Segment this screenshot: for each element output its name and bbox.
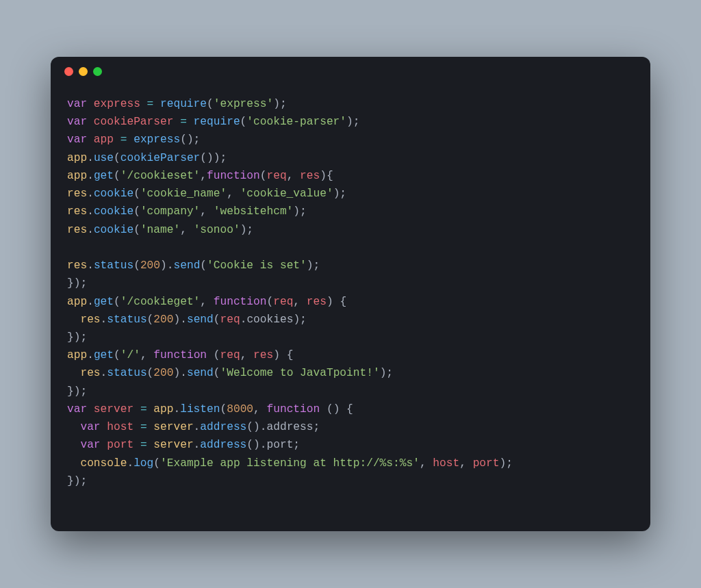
token-fn: cookie: [94, 224, 133, 236]
token-str: 'name': [140, 224, 180, 236]
token-punc: .: [101, 314, 107, 326]
token-punc: );: [346, 116, 359, 128]
token-prop: address: [266, 421, 313, 433]
token-punc: [173, 116, 180, 128]
code-line: var host = server.address().address;: [67, 418, 634, 436]
token-punc: (: [147, 314, 154, 326]
token-str: '/cookieget': [120, 296, 201, 308]
token-punc: [140, 98, 147, 110]
token-var: app: [94, 133, 114, 146]
code-line: });: [67, 329, 634, 346]
token-punc: ,: [180, 224, 193, 236]
token-obj: app: [67, 349, 87, 361]
token-punc: (: [114, 296, 120, 308]
token-punc: [133, 403, 140, 416]
code-line: var server = app.listen(8000, function (…: [67, 400, 634, 418]
token-fn: address: [200, 421, 246, 433]
token-obj: app: [67, 152, 87, 164]
token-fn: status: [107, 367, 146, 379]
code-line: res.status(200).send('Welcome to JavaTpo…: [67, 364, 634, 382]
token-fn: get: [94, 296, 114, 308]
token-fn: express: [133, 133, 180, 146]
token-num: 8000: [227, 403, 253, 416]
token-punc: [67, 314, 80, 326]
token-obj: server: [153, 421, 193, 433]
token-punc: .: [101, 367, 107, 379]
token-fn: cookieParser: [120, 152, 201, 164]
token-fn: use: [94, 152, 114, 164]
token-fn: require: [194, 116, 240, 128]
token-op: =: [140, 421, 147, 433]
token-punc: ).: [173, 367, 186, 379]
token-punc: [114, 133, 120, 146]
token-punc: ;: [313, 421, 320, 433]
token-var: res: [307, 296, 327, 308]
token-str: 'sonoo': [194, 224, 240, 236]
token-punc: );: [380, 367, 393, 379]
token-str: 'Example app listening at http://%s:%s': [160, 457, 420, 470]
token-obj: res: [80, 314, 100, 326]
token-var: res: [300, 170, 320, 182]
token-punc: .: [87, 188, 94, 200]
token-punc: });: [67, 475, 87, 487]
token-fn: cookie: [94, 205, 133, 218]
token-obj: res: [67, 224, 87, 236]
token-str: 'company': [140, 205, 200, 218]
token-kw: function: [267, 403, 327, 416]
token-obj: res: [80, 367, 100, 379]
token-punc: (: [214, 314, 220, 326]
token-punc: ().: [246, 421, 266, 433]
token-kw: var: [67, 133, 94, 146]
token-var: server: [94, 403, 133, 416]
token-punc: (: [153, 457, 160, 470]
token-fn: listen: [180, 403, 220, 416]
token-op: =: [120, 133, 127, 146]
token-punc: (: [207, 98, 214, 110]
token-punc: [187, 116, 194, 128]
token-var: req: [273, 296, 293, 308]
token-punc: .: [194, 439, 201, 451]
token-punc: (: [133, 259, 140, 272]
token-punc: (: [114, 349, 120, 361]
token-punc: ).: [173, 314, 186, 326]
token-punc: (: [114, 152, 120, 164]
token-punc: [67, 457, 80, 470]
token-punc: ) {: [273, 349, 293, 361]
token-punc: .: [87, 205, 94, 218]
code-line: res.cookie('name', 'sonoo');: [67, 221, 634, 239]
code-line: app.get('/cookieset',function(req, res){: [67, 167, 634, 185]
token-punc: (: [220, 403, 227, 416]
token-fn: status: [107, 314, 146, 326]
token-punc: ,: [420, 457, 433, 470]
token-num: 200: [140, 259, 160, 272]
code-line: app.use(cookieParser());: [67, 149, 634, 167]
zoom-icon[interactable]: [93, 67, 102, 76]
token-str: 'express': [214, 98, 273, 110]
token-punc: ).: [160, 259, 173, 272]
token-kw: function: [214, 296, 267, 308]
token-punc: (: [214, 349, 220, 361]
token-fn: get: [94, 349, 114, 361]
minimize-icon[interactable]: [79, 67, 88, 76]
token-str: 'websitehcm': [214, 205, 294, 218]
code-line: var app = express();: [67, 131, 634, 149]
token-var: port: [473, 457, 500, 470]
token-str: '/': [120, 349, 140, 361]
token-var: req: [266, 170, 286, 182]
token-punc: );: [293, 314, 306, 326]
token-punc: ,: [200, 205, 213, 218]
token-punc: (: [147, 367, 154, 379]
token-var: port: [107, 439, 133, 451]
token-punc: });: [67, 385, 87, 398]
code-editor[interactable]: var express = require('express');var coo…: [51, 87, 650, 531]
token-fn: get: [94, 170, 114, 182]
token-punc: [67, 439, 80, 451]
token-punc: ());: [200, 152, 227, 164]
close-icon[interactable]: [64, 67, 73, 76]
token-punc: });: [67, 277, 87, 290]
token-obj: res: [67, 205, 87, 218]
token-punc: (: [266, 296, 273, 308]
token-var: req: [220, 314, 240, 326]
token-fn: require: [160, 98, 207, 110]
token-punc: [127, 133, 133, 146]
